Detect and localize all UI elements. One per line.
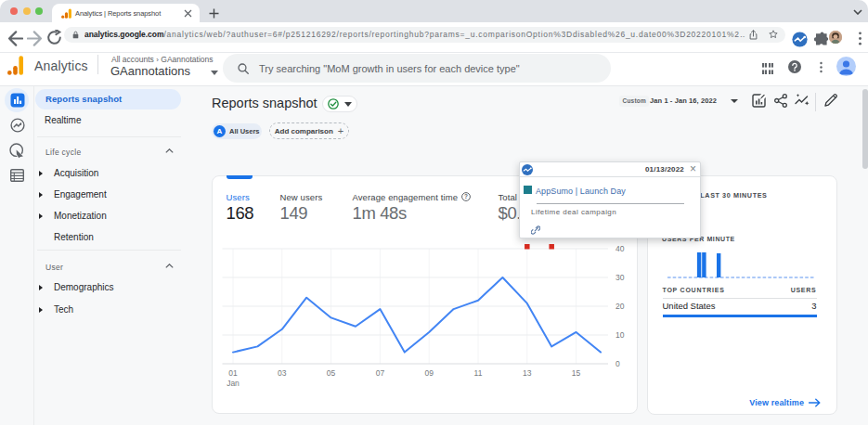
popup-close-icon[interactable]: ×: [690, 163, 696, 174]
rail-item-advertising[interactable]: [0, 139, 34, 163]
help-icon[interactable]: [788, 60, 801, 73]
nav-item-acquisition[interactable]: Acquisition: [54, 168, 98, 178]
add-comparison-chip[interactable]: Add comparison +: [269, 122, 349, 139]
nav-item-engagement[interactable]: Engagement: [54, 189, 107, 200]
header-divider: [97, 55, 98, 74]
nav-divider: [37, 250, 181, 251]
table-header-divider: [663, 298, 817, 299]
svg-text:07: 07: [376, 368, 385, 378]
collapse-chevron-icon[interactable]: [165, 264, 174, 268]
ga-menu-kebab-icon[interactable]: [816, 61, 826, 73]
country-row[interactable]: United States 3: [663, 301, 817, 311]
ga-header: Analytics All accounts › GAannotations G…: [0, 53, 868, 86]
annotation-subtitle: Lifetime deal campaign: [531, 208, 616, 216]
rail-item-explore[interactable]: [0, 113, 34, 137]
gaannotations-extension-icon[interactable]: [792, 32, 808, 47]
svg-text:40: 40: [615, 244, 625, 253]
svg-text:10: 10: [615, 330, 625, 340]
nav-item-realtime[interactable]: Realtime: [45, 115, 81, 125]
arrow-right-icon: [809, 398, 821, 407]
nav-item-demographics[interactable]: Demographics: [54, 282, 113, 292]
expand-arrow-icon[interactable]: [39, 192, 43, 198]
page-title: Reports snapshot: [212, 96, 317, 110]
reload-button[interactable]: [46, 30, 62, 45]
top-countries-header: TOP COUNTRIES USERS: [663, 287, 817, 293]
audience-badge: A: [214, 125, 226, 137]
annotation-title[interactable]: AppSumo | Launch Day: [536, 187, 626, 196]
browser-window: Analytics | Reports snapshot analytics.g…: [0, 0, 868, 425]
nav-section-life-cycle: Life cycle: [45, 148, 81, 157]
browser-tab[interactable]: Analytics | Reports snapshot: [52, 4, 200, 22]
browser-menu-kebab-icon[interactable]: [852, 31, 868, 46]
apps-grid-icon[interactable]: [762, 63, 773, 74]
user-avatar[interactable]: [836, 57, 856, 76]
svg-text:0: 0: [615, 359, 620, 368]
browser-tabstrip: Analytics | Reports snapshot: [0, 0, 868, 22]
edit-pencil-icon[interactable]: [824, 94, 837, 107]
collapse-chevron-icon[interactable]: [165, 148, 174, 153]
account-selector[interactable]: GAannotations: [110, 64, 190, 78]
nav-item-monetization[interactable]: Monetization: [54, 211, 107, 221]
account-caret-icon: [211, 71, 218, 75]
lock-icon[interactable]: [72, 31, 79, 39]
ga-product-name[interactable]: Analytics: [34, 58, 88, 73]
traffic-light-zoom[interactable]: [35, 7, 43, 15]
ga-search-bar[interactable]: Try searching "MoM growth in users for e…: [223, 54, 611, 83]
browser-toolbar: analytics.google.com/analytics/web/?auth…: [0, 22, 868, 53]
advertising-icon: [9, 143, 25, 159]
bookmark-star-icon[interactable]: [769, 30, 778, 39]
all-users-chip[interactable]: A All Users: [212, 123, 262, 139]
annotation-color-swatch: [524, 186, 532, 194]
expand-arrow-icon[interactable]: [39, 285, 43, 290]
expand-arrow-icon[interactable]: [39, 171, 43, 176]
country-row-bar: [663, 315, 817, 317]
share-report-icon[interactable]: [774, 94, 787, 108]
ga-favicon: [61, 8, 71, 19]
library-icon: [10, 169, 24, 182]
tab-close-icon[interactable]: [184, 9, 192, 18]
explore-icon: [10, 118, 25, 133]
search-placeholder: Try searching "MoM growth in users for e…: [259, 63, 520, 74]
profile-avatar[interactable]: [829, 31, 842, 44]
address-bar[interactable]: analytics.google.com/analytics/web/?auth…: [64, 27, 785, 43]
popup-date: 01/13/2022: [645, 165, 684, 174]
expand-arrow-icon[interactable]: [39, 213, 43, 219]
traffic-light-close[interactable]: [10, 7, 18, 15]
back-button[interactable]: [7, 31, 23, 46]
users-column-label: USERS: [791, 287, 817, 293]
view-realtime-link[interactable]: View realtime: [749, 398, 821, 407]
ga-logo[interactable]: [7, 56, 24, 75]
nav-drawer: Reports snapshot Realtime Life cycle Acq…: [34, 86, 209, 425]
scrollbar-thumb[interactable]: [862, 89, 868, 169]
nav-item-tech[interactable]: Tech: [54, 304, 73, 315]
country-users: 3: [811, 301, 816, 311]
forward-button[interactable]: [27, 31, 43, 46]
svg-text:05: 05: [327, 368, 336, 378]
rail-item-library[interactable]: [0, 163, 34, 187]
page-content: Reports snapshot Realtime Life cycle Acq…: [0, 86, 868, 425]
svg-text:09: 09: [424, 368, 434, 378]
nav-item-retention[interactable]: Retention: [54, 232, 94, 242]
url-text: analytics.google.com/analytics/web/?auth…: [84, 30, 745, 39]
new-tab-button[interactable]: [205, 5, 222, 21]
extensions-puzzle-icon[interactable]: [814, 32, 830, 47]
green-check-icon: [328, 98, 339, 109]
share-page-icon[interactable]: [749, 30, 758, 40]
traffic-light-minimize[interactable]: [23, 7, 31, 15]
date-range-picker[interactable]: Jan 1 - Jan 16, 2022: [650, 97, 717, 105]
customize-report-icon[interactable]: [752, 94, 766, 108]
rail-item-reports[interactable]: [0, 88, 34, 112]
plus-icon: +: [338, 126, 343, 136]
link-icon[interactable]: [531, 225, 540, 235]
expand-arrow-icon[interactable]: [39, 307, 43, 313]
tab-search-chevron-icon[interactable]: [853, 9, 862, 15]
nav-item-reports-snapshot[interactable]: Reports snapshot: [35, 89, 181, 109]
users-per-minute-chart: [667, 242, 814, 279]
insights-icon[interactable]: [795, 94, 810, 108]
account-breadcrumb[interactable]: All accounts › GAannotations: [111, 55, 214, 64]
svg-text:20: 20: [615, 302, 625, 311]
report-status-dropdown[interactable]: [322, 96, 357, 112]
date-caret-icon[interactable]: [731, 99, 738, 103]
country-name: United States: [663, 301, 716, 311]
search-icon: [238, 63, 249, 74]
